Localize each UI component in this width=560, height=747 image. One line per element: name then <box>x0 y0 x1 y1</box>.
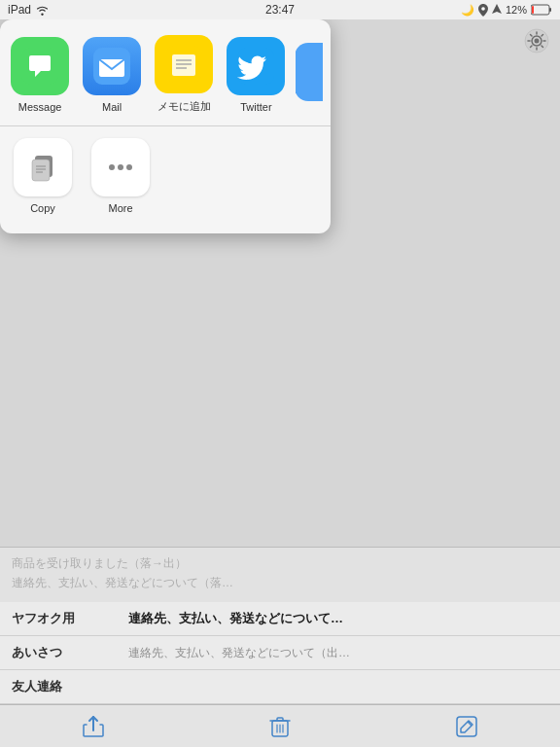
copy-icon-wrap <box>14 138 72 196</box>
copy-label: Copy <box>30 202 55 214</box>
more-icon-wrap <box>91 138 150 196</box>
share-app-mail[interactable]: Mail <box>80 37 144 113</box>
share-app-message[interactable]: Message <box>8 37 72 113</box>
share-actions-row: Copy More <box>0 126 331 226</box>
more-label: More <box>108 202 132 214</box>
share-app-notes[interactable]: メモに追加 <box>152 35 216 114</box>
notes-app-icon <box>155 35 213 93</box>
svg-point-30 <box>126 164 132 170</box>
svg-rect-24 <box>32 160 50 181</box>
main-content: Message Mail <box>0 19 560 747</box>
svg-rect-3 <box>532 6 534 14</box>
location-icon <box>478 4 488 17</box>
svg-point-28 <box>109 164 115 170</box>
carrier-label: iPad <box>8 3 31 17</box>
status-left: iPad <box>8 3 50 17</box>
message-label: Message <box>18 101 62 113</box>
copy-icon <box>25 150 60 185</box>
share-apps-row: Message Mail <box>0 35 331 126</box>
mail-app-icon <box>83 37 141 95</box>
svg-rect-2 <box>549 8 551 12</box>
status-bar: iPad 23:47 🌙 12% <box>0 0 560 19</box>
battery-icon <box>531 4 552 16</box>
battery-percent: 12% <box>506 4 527 16</box>
message-app-icon <box>11 37 69 95</box>
wifi-icon <box>35 4 50 16</box>
moon-icon: 🌙 <box>461 4 474 17</box>
svg-rect-18 <box>172 54 195 76</box>
mail-label: Mail <box>102 101 122 113</box>
status-time: 23:47 <box>265 3 295 17</box>
share-sheet: Message Mail <box>0 19 331 233</box>
more-icon <box>103 150 138 185</box>
twitter-app-icon <box>227 37 285 95</box>
share-app-partial <box>296 43 323 107</box>
status-right: 🌙 12% <box>461 4 552 17</box>
notes-label: メモに追加 <box>158 99 211 114</box>
time-label: 23:47 <box>265 3 295 17</box>
svg-point-29 <box>118 164 123 170</box>
share-app-twitter[interactable]: Twitter <box>224 37 288 113</box>
share-action-copy[interactable]: Copy <box>8 138 78 214</box>
arrow-icon <box>492 4 502 17</box>
share-action-more[interactable]: More <box>86 138 156 214</box>
svg-point-0 <box>481 7 485 11</box>
twitter-label: Twitter <box>240 101 271 113</box>
